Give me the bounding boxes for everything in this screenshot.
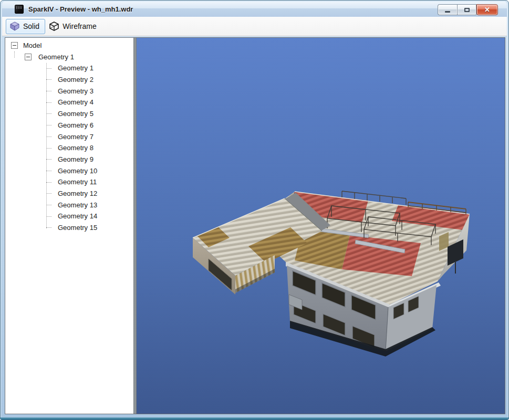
- main-content: Model Geometry 1 Geometry 1Geometry 2Geo…: [5, 37, 505, 414]
- preview-viewport-3d[interactable]: [137, 38, 505, 414]
- tree-item-label: Geometry 9: [58, 154, 94, 165]
- window-title: SparkIV - Preview - wh_mh1.wdr: [28, 5, 133, 13]
- close-button[interactable]: ✕: [476, 4, 498, 15]
- tree-item-label: Geometry 1: [38, 51, 74, 63]
- tree-item-geometry-15[interactable]: Geometry 15: [5, 222, 133, 234]
- maximize-icon: [464, 8, 470, 12]
- app-window: SparkIV - Preview - wh_mh1.wdr ✕ Solid: [0, 0, 509, 420]
- minimize-button[interactable]: [438, 4, 457, 15]
- tree-connector: [46, 159, 51, 160]
- tree-connector: [46, 216, 51, 217]
- tree-item-label: Geometry 5: [58, 108, 94, 120]
- tree-item-geometry-10[interactable]: Geometry 10: [5, 165, 133, 177]
- wireframe-view-button[interactable]: Wireframe: [45, 19, 102, 34]
- tree-item-label: Geometry 3: [58, 86, 94, 97]
- tree-item-geometry-1[interactable]: Geometry 1: [5, 62, 133, 74]
- tree-item-geometry-7[interactable]: Geometry 7: [5, 131, 133, 143]
- tree-item-geometry-13[interactable]: Geometry 13: [5, 200, 133, 211]
- tree-item-label: Geometry 7: [58, 131, 94, 143]
- tree-item-geometry-5[interactable]: Geometry 5: [5, 108, 133, 120]
- solid-view-button[interactable]: Solid: [6, 19, 45, 34]
- tree-connector: [46, 68, 51, 69]
- tree-connector: [46, 148, 51, 149]
- solid-view-label: Solid: [23, 22, 39, 30]
- tree-connector: [46, 171, 51, 171]
- tree-item-label: Geometry 15: [58, 222, 97, 234]
- tree-connector: [46, 79, 51, 80]
- collapse-expander-icon[interactable]: [11, 42, 18, 49]
- tree-connector: [46, 193, 51, 194]
- tree-item-label: Geometry 1: [58, 62, 94, 74]
- close-icon: ✕: [484, 6, 490, 13]
- title-bar[interactable]: SparkIV - Preview - wh_mh1.wdr ✕: [2, 2, 507, 17]
- tree-item-label: Geometry 4: [58, 97, 94, 108]
- tree-item-geometry-3[interactable]: Geometry 3: [5, 86, 133, 97]
- tree-item-label: Geometry 13: [58, 200, 97, 211]
- solid-cube-icon: [9, 21, 20, 32]
- wireframe-cube-icon: [49, 21, 59, 32]
- tree-children-group: Geometry 1Geometry 2Geometry 3Geometry 4…: [5, 62, 133, 233]
- tree-item-geometry-1-parent[interactable]: Geometry 1: [5, 51, 133, 63]
- tree-item-label: Model: [23, 40, 41, 51]
- maximize-button[interactable]: [457, 4, 476, 15]
- collapse-expander-icon[interactable]: [25, 54, 32, 60]
- tree-connector-line: [46, 63, 47, 228]
- tree-connector: [46, 113, 51, 114]
- tree-item-geometry-4[interactable]: Geometry 4: [5, 97, 133, 108]
- tree-item-model[interactable]: Model: [5, 40, 133, 51]
- model-tree-panel[interactable]: Model Geometry 1 Geometry 1Geometry 2Geo…: [5, 38, 133, 414]
- warehouse-model: [137, 38, 505, 414]
- tree-item-geometry-9[interactable]: Geometry 9: [5, 154, 133, 165]
- tree-item-label: Geometry 14: [58, 211, 97, 222]
- minimize-icon: [445, 11, 450, 13]
- app-icon: [15, 5, 24, 14]
- window-controls: ✕: [438, 4, 498, 15]
- tree-connector: [46, 227, 51, 228]
- tree-connector-line: [14, 51, 15, 58]
- tree-connector: [46, 91, 51, 91]
- tree-item-label: Geometry 8: [58, 142, 94, 154]
- tree-item-geometry-12[interactable]: Geometry 12: [5, 188, 133, 200]
- tree-connector: [46, 125, 51, 125]
- view-mode-toolbar: Solid Wireframe: [2, 17, 507, 36]
- tree-connector: [46, 205, 51, 205]
- tree-item-geometry-11[interactable]: Geometry 11: [5, 176, 133, 188]
- tree-item-label: Geometry 10: [58, 165, 97, 177]
- tree-item-geometry-2[interactable]: Geometry 2: [5, 74, 133, 86]
- tree-item-label: Geometry 11: [58, 176, 97, 188]
- tree-item-geometry-8[interactable]: Geometry 8: [5, 142, 133, 154]
- wireframe-view-label: Wireframe: [63, 22, 97, 30]
- tree-connector: [46, 136, 51, 137]
- tree-item-label: Geometry 12: [58, 188, 97, 200]
- tree-item-geometry-14[interactable]: Geometry 14: [5, 211, 133, 222]
- tree-connector: [46, 102, 51, 103]
- tree-item-geometry-6[interactable]: Geometry 6: [5, 120, 133, 131]
- tree-item-label: Geometry 2: [58, 74, 94, 86]
- tree-item-label: Geometry 6: [58, 120, 94, 131]
- tree-connector: [46, 182, 51, 183]
